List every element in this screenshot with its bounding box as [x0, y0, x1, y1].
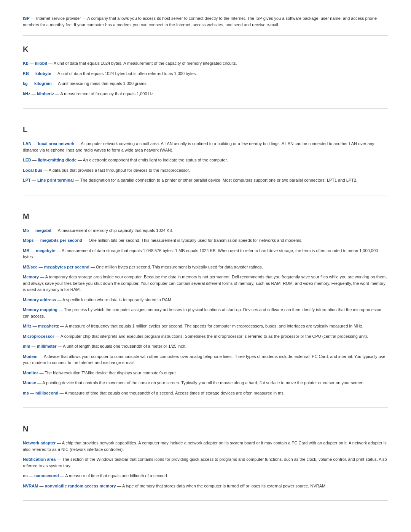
entry-n-0: Network adapter — A chip that provides n… [23, 440, 388, 452]
spacer-m [23, 415, 388, 419]
entry-term: ns [23, 473, 28, 478]
divider-k [23, 108, 388, 109]
entry-definition: — A measure of frequency that equals 1 m… [59, 324, 363, 328]
entry-definition: A device that allows your computer to co… [23, 354, 385, 365]
entry-dash: — [29, 391, 35, 395]
entry-definition: — A unit of length that equals one thous… [57, 344, 186, 348]
section-m: MMb — megabit — A measurement of memory … [23, 211, 388, 396]
entry-term: NVRAM [23, 484, 38, 488]
entry-dash: — [29, 248, 36, 253]
entry-term: Local bus [23, 168, 42, 173]
entry-k-1: KB — kilobyte — A unit of data that equa… [23, 70, 388, 77]
entry-dash: — [38, 484, 45, 488]
entry-m-0: Mb — megabit — A measurement of memory c… [23, 227, 388, 234]
entry-definition: — A measurement of data storage that equ… [23, 248, 378, 259]
entry-k-3: kHz — kilohertz — A measurement of frequ… [23, 91, 388, 97]
entry-subterm: kilogram [34, 81, 52, 86]
entry-subterm: Line print terminal [37, 178, 74, 182]
entry-term: kg [23, 81, 28, 86]
divider-m [23, 407, 388, 408]
entry-dash: — [56, 457, 62, 462]
entry-dash: — [42, 168, 49, 173]
entry-subterm: local area network [38, 141, 75, 146]
entry-term: MB [23, 248, 29, 253]
entry-definition: A computer chip that interprets and exec… [61, 334, 368, 339]
entry-definition: A temporary data storage area inside you… [23, 275, 387, 292]
entry-term: LAN [23, 141, 32, 146]
entry-dash: — [29, 71, 35, 76]
entry-l-0: LAN — local area network — A computer ne… [23, 141, 388, 153]
entry-term: KB [23, 71, 29, 76]
entry-n-3: NVRAM — nonvolatile random access memory… [23, 483, 388, 489]
entry-term: Memory [23, 275, 39, 279]
entry-subterm: millimeter [37, 344, 57, 348]
entry-definition: The process by which the computer assign… [23, 307, 382, 318]
entry-dash: — [54, 334, 61, 339]
entry-m-3: MB/sec — megabytes per second — One mill… [23, 264, 388, 270]
entry-n-2: ns — nanosecond — A measure of time that… [23, 473, 388, 479]
entry-subterm: kilobyte [35, 71, 51, 76]
entry-term: Mbps [23, 238, 34, 243]
entry-m-11: Monitor — The high-resolution TV-like de… [23, 370, 388, 376]
entry-k-2: kg — kilogram — A unit measuring mass th… [23, 80, 388, 87]
divider-n [23, 500, 388, 501]
entry-definition: A chip that provides network capabilitie… [23, 441, 387, 452]
entry-definition: — A measurement of memory chip capacity … [51, 228, 173, 233]
entry-subterm: megahertz [38, 324, 59, 328]
entry-m-8: Microprocessor — A computer chip that in… [23, 333, 388, 340]
entry-definition: — A unit measuring mass that equals 1,00… [52, 81, 148, 86]
entry-term: Network adapter [23, 441, 56, 445]
entry-definition: — An electronic component that emits lig… [76, 158, 228, 162]
section-l: LLAN — local area network — A computer n… [23, 124, 388, 184]
entry-m-2: MB — megabyte — A measurement of data st… [23, 248, 388, 260]
entry-dash: — [39, 275, 45, 279]
isp-dash: — [30, 16, 36, 21]
entry-definition: — A computer network covering a small ar… [23, 141, 374, 152]
entry-definition: — A unit of data that equals 1024 bytes … [51, 71, 197, 76]
spacer-k [23, 116, 388, 120]
entry-term: Memory mapping [23, 307, 57, 312]
entry-term: mm [23, 344, 30, 348]
entry-definition: The section of the Windows taskbar that … [23, 457, 387, 468]
section-header-n: N [23, 423, 388, 435]
entry-term: Mouse [23, 380, 36, 385]
entry-dash: — [38, 371, 45, 375]
entry-term: LPT [23, 178, 31, 182]
entry-dash: — [36, 380, 43, 385]
section-header-m: M [23, 211, 388, 222]
entry-subterm: megabytes per second [44, 265, 89, 269]
entry-dash: — [28, 473, 34, 478]
entry-subterm: megabyte [36, 248, 55, 253]
section-n: NNetwork adapter — A chip that provides … [23, 423, 388, 489]
entry-term: kHz [23, 91, 30, 96]
entry-dash: — [29, 228, 35, 233]
entry-dash: — [38, 265, 44, 269]
entry-subterm: megabit [35, 228, 51, 233]
entry-dash: — [32, 324, 38, 328]
entry-definition: — The designation for a parallel connect… [74, 178, 357, 182]
isp-entry: ISP — Internet service provider — A comp… [23, 15, 388, 28]
entry-definition: The high-resolution TV-like device that … [45, 371, 177, 375]
section-k: KKb — kilobit — A unit of data that equa… [23, 43, 388, 97]
entry-m-13: ms — millisecond — A measure of time tha… [23, 390, 388, 396]
entry-definition: — A measurement of frequency that equals… [54, 91, 155, 96]
entry-l-1: LED — light-emitting diode — An electron… [23, 157, 388, 163]
entry-definition: A specific location where data is tempor… [62, 297, 172, 302]
entry-m-7: MHz — megahertz — A measure of frequency… [23, 323, 388, 329]
entry-dash: — [56, 441, 62, 445]
entry-definition: — A measure of time that equals one thou… [59, 391, 285, 395]
entry-term: MB/sec [23, 265, 38, 269]
entry-definition: — One million bits per second. This meas… [82, 238, 303, 243]
divider-l [23, 195, 388, 195]
spacer-n [23, 508, 388, 512]
entry-term: Monitor [23, 371, 38, 375]
entry-l-2: Local bus — A data bus that provides a f… [23, 167, 388, 174]
spacer-l [23, 203, 388, 207]
entry-dash: — [38, 354, 44, 359]
isp-definition: Internet service provider — A company th… [23, 16, 377, 27]
entry-subterm: megabits per second [40, 238, 82, 243]
entry-dash: — [30, 91, 37, 96]
entry-l-3: LPT — Line print terminal — The designat… [23, 177, 388, 184]
entry-m-4: Memory — A temporary data storage area i… [23, 274, 388, 293]
entry-subterm: kilobit [35, 61, 47, 66]
